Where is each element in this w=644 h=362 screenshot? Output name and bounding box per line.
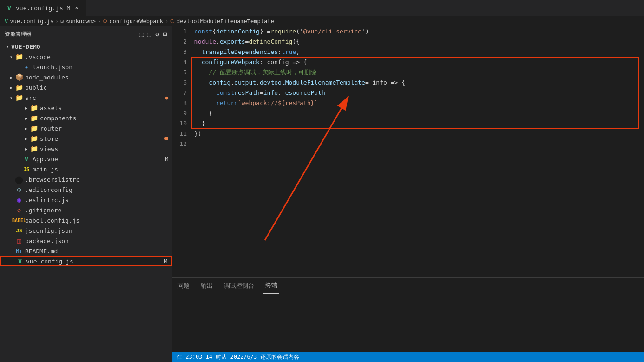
sidebar-item-package-json[interactable]: ◫ package.json — [0, 236, 172, 246]
main-area: 资源管理器 ⬚ ⬚ ↺ ⊟ ▾ VUE-DEMO ▾ 📁 .vscode ✦ — [0, 26, 644, 362]
breadcrumb-sep1: › — [55, 18, 59, 25]
sidebar-item-components[interactable]: ▶ 📁 components — [0, 113, 172, 123]
sidebar-item-browserslistrc[interactable]: ⬤ .browserslistrc — [0, 174, 172, 184]
sidebar-item-node-modules[interactable]: ▶ 📦 node_modules — [0, 72, 172, 82]
breadcrumb-unknown-icon: ⊡ — [60, 18, 64, 24]
sidebar-title: 资源管理器 — [5, 31, 32, 38]
app-vue-icon: V — [22, 155, 31, 163]
vue-config-badge: M — [164, 258, 167, 264]
src-folder-icon: 📁 — [15, 94, 23, 101]
readme-label: README.md — [25, 248, 58, 255]
src-badge: ● — [165, 95, 168, 101]
line-numbers: 1 2 3 4 5 6 7 8 9 10 11 12 — [172, 26, 191, 277]
assets-chevron-icon: ▶ — [22, 105, 30, 111]
eslintrc-icon: ◉ — [15, 196, 23, 204]
code-line-1: const { defineConfig } = require('@vue/c… — [194, 26, 644, 37]
vscode-folder-icon: 📁 — [15, 53, 23, 60]
new-file-icon[interactable]: ⬚ — [139, 30, 144, 38]
editor-and-panel: 1 2 3 4 5 6 7 8 9 10 11 12 const { defin… — [172, 26, 644, 362]
sidebar-item-public[interactable]: ▶ 📁 public — [0, 82, 172, 92]
code-line-10: } — [194, 118, 644, 129]
views-folder-icon: 📁 — [30, 145, 38, 152]
sidebar-item-assets[interactable]: ▶ 📁 assets — [0, 103, 172, 113]
router-chevron-icon: ▶ — [22, 126, 30, 131]
panel-content — [172, 294, 644, 352]
sidebar-item-eslintrc[interactable]: ◉ .eslintrc.js — [0, 195, 172, 205]
bottom-panel: 问题 输出 调试控制台 终端 — [172, 277, 644, 352]
public-chevron-icon: ▶ — [7, 85, 15, 90]
public-label: public — [25, 84, 47, 91]
code-line-8: return `webpack://${resPath}` — [194, 98, 644, 108]
components-folder-icon: 📁 — [30, 114, 38, 122]
code-line-5: // 配置断点调试，实际上线时，可删除 — [194, 67, 644, 78]
sidebar-item-vue-config[interactable]: V vue.config.js M — [0, 256, 172, 266]
code-line-9: } — [194, 108, 644, 118]
breadcrumb-vue-icon: V — [5, 18, 8, 25]
code-lines: const { defineConfig } = require('@vue/c… — [191, 26, 644, 277]
sidebar-item-main-js[interactable]: JS main.js — [0, 164, 172, 174]
tab-close-button[interactable]: × — [73, 4, 80, 12]
root-chevron-icon: ▾ — [4, 44, 11, 49]
tree-root[interactable]: ▾ VUE-DEMO — [0, 41, 172, 52]
sidebar-item-router[interactable]: ▶ 📁 router — [0, 123, 172, 133]
sidebar-item-editorconfig[interactable]: ⚙ .editorconfig — [0, 184, 172, 195]
sidebar-item-views[interactable]: ▶ 📁 views — [0, 144, 172, 154]
package-json-icon: ◫ — [15, 237, 23, 244]
sidebar-item-vscode[interactable]: ▾ 📁 .vscode — [0, 52, 172, 62]
editorconfig-icon: ⚙ — [15, 186, 23, 193]
assets-label: assets — [40, 105, 62, 112]
components-chevron-icon: ▶ — [22, 116, 30, 121]
babel-icon: BABEL — [15, 218, 23, 223]
tab-debug-console[interactable]: 调试控制台 — [222, 278, 256, 294]
sidebar-item-readme[interactable]: M↓ README.md — [0, 246, 172, 256]
tab-problems[interactable]: 问题 — [176, 278, 191, 294]
app-vue-badge: M — [165, 156, 168, 162]
store-folder-icon: 📁 — [30, 135, 38, 142]
code-line-2: module.exports = defineConfig({ — [194, 37, 644, 47]
node-chevron-icon: ▶ — [7, 75, 15, 80]
editor-content[interactable]: 1 2 3 4 5 6 7 8 9 10 11 12 const { defin… — [172, 26, 644, 277]
sidebar-tree: ▾ VUE-DEMO ▾ 📁 .vscode ✦ launch.json ▶ 📦… — [0, 41, 172, 362]
gitignore-label: .gitignore — [25, 207, 61, 214]
readme-icon: M↓ — [15, 248, 23, 254]
vue-config-icon: V — [16, 257, 24, 265]
sidebar-item-launch-json[interactable]: ✦ launch.json — [0, 62, 172, 72]
tab-modified-label: M — [67, 5, 70, 11]
gitignore-icon: ◇ — [15, 206, 23, 214]
breadcrumb-sep3: › — [165, 18, 168, 25]
root-label: VUE-DEMO — [11, 43, 40, 50]
sidebar-item-app-vue[interactable]: V App.vue M — [0, 154, 172, 164]
jsconfig-label: jsconfig.json — [25, 227, 72, 234]
code-line-7: const resPath = info.resourcePath — [194, 88, 644, 98]
breadcrumb-config-icon: ⬡ — [103, 18, 107, 24]
code-line-6: config.output.devtoolModuleFilenameTempl… — [194, 78, 644, 88]
sidebar-item-gitignore[interactable]: ◇ .gitignore — [0, 205, 172, 215]
src-chevron-icon: ▾ — [7, 95, 15, 100]
sidebar-header-icons: ⬚ ⬚ ↺ ⊟ — [139, 30, 167, 38]
tab-terminal[interactable]: 终端 — [263, 278, 279, 294]
store-label: store — [40, 135, 58, 142]
vue-config-label: vue.config.js — [26, 258, 73, 265]
breadcrumb-devtool: devtoolModuleFilenameTemplate — [177, 18, 274, 25]
refresh-icon[interactable]: ↺ — [155, 30, 159, 38]
src-label: src — [25, 94, 36, 101]
editor-tab[interactable]: V vue.config.js M × — [0, 0, 86, 16]
sidebar-item-jsconfig[interactable]: JS jsconfig.json — [0, 225, 172, 236]
new-folder-icon[interactable]: ⬚ — [147, 30, 151, 38]
sidebar: 资源管理器 ⬚ ⬚ ↺ ⊟ ▾ VUE-DEMO ▾ 📁 .vscode ✦ — [0, 26, 172, 362]
sidebar-item-babel[interactable]: BABEL babel.config.js — [0, 215, 172, 225]
main-js-label: main.js — [33, 166, 58, 173]
tab-bar: V vue.config.js M × — [0, 0, 644, 16]
status-text: 在 23:03:14 时从 2022/6/3 还原的会话内容 — [177, 353, 300, 361]
breadcrumb-devtool-icon: ⬡ — [170, 18, 175, 24]
jsconfig-icon: JS — [15, 228, 23, 234]
tab-output[interactable]: 输出 — [199, 278, 215, 294]
assets-folder-icon: 📁 — [30, 104, 38, 112]
sidebar-header: 资源管理器 ⬚ ⬚ ↺ ⊟ — [0, 26, 172, 41]
sidebar-item-store[interactable]: ▶ 📁 store — [0, 133, 172, 144]
code-line-4: configureWebpack: config => { — [194, 57, 644, 67]
eslintrc-label: .eslintrc.js — [25, 197, 69, 204]
vscode-label: .vscode — [25, 53, 51, 60]
collapse-icon[interactable]: ⊟ — [163, 30, 167, 38]
sidebar-item-src[interactable]: ▾ 📁 src ● — [0, 92, 172, 103]
